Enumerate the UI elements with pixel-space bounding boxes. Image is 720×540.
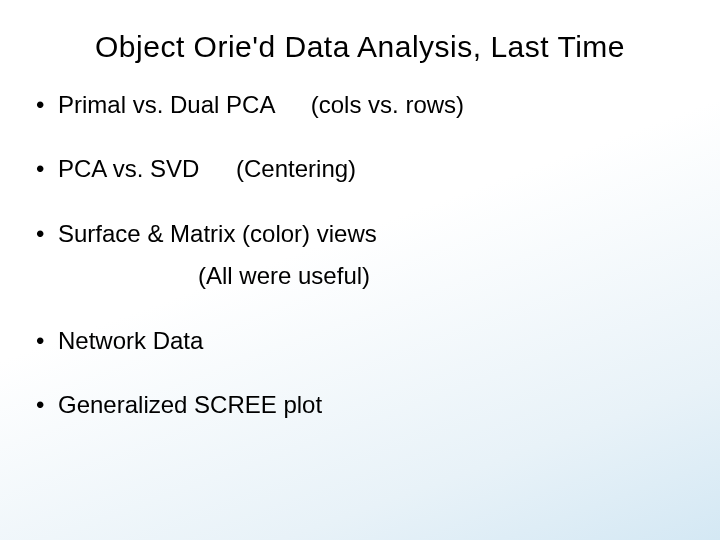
bullet3-main: Surface & Matrix (color) views [58, 220, 377, 247]
bullet5-main: Generalized SCREE plot [58, 391, 322, 418]
slide: Object Orie'd Data Analysis, Last Time P… [0, 0, 720, 540]
bullet2-note: (Centering) [236, 153, 356, 185]
bullet3-subline: (All were useful) [198, 260, 690, 292]
slide-title: Object Orie'd Data Analysis, Last Time [30, 30, 690, 64]
bullet-item-3: Surface & Matrix (color) views (All were… [30, 218, 690, 293]
bullet2-main: PCA vs. SVD [58, 155, 199, 182]
bullet-list: Primal vs. Dual PCA (cols vs. rows) PCA … [30, 89, 690, 421]
bullet-item-1: Primal vs. Dual PCA (cols vs. rows) [30, 89, 690, 121]
bullet1-note: (cols vs. rows) [311, 89, 464, 121]
bullet1-main: Primal vs. Dual PCA [58, 91, 274, 118]
bullet-item-5: Generalized SCREE plot [30, 389, 690, 421]
bullet4-main: Network Data [58, 327, 203, 354]
bullet-item-4: Network Data [30, 325, 690, 357]
bullet-item-2: PCA vs. SVD (Centering) [30, 153, 690, 185]
